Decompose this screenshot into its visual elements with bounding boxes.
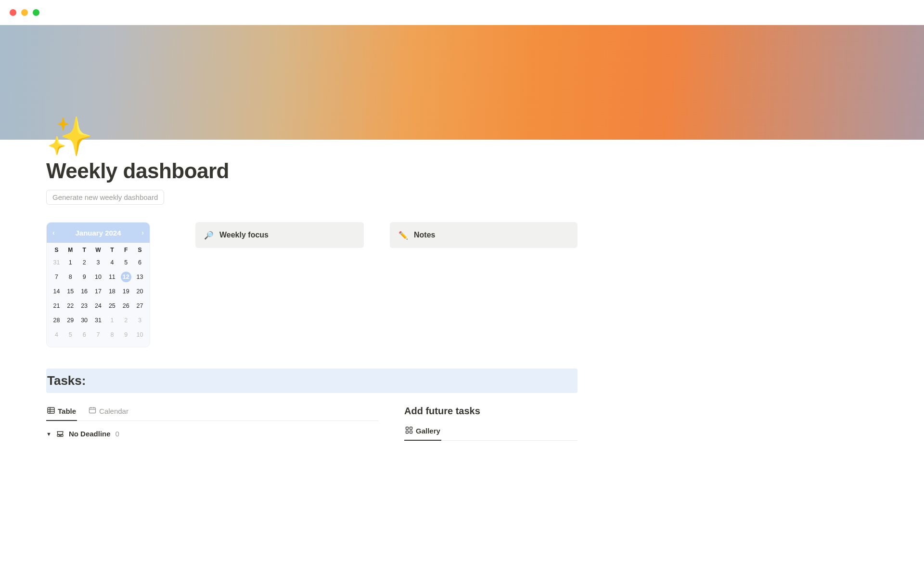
minimize-window-button[interactable] (21, 9, 28, 16)
calendar-day[interactable]: 3 (91, 257, 105, 268)
calendar-prev-button[interactable]: ‹ (50, 227, 58, 238)
calendar-day[interactable]: 26 (119, 301, 133, 311)
calendar-day[interactable]: 1 (105, 315, 119, 326)
calendar-icon (89, 407, 96, 416)
calendar-dow: T (77, 247, 91, 253)
svg-rect-0 (48, 407, 54, 413)
calendar-day[interactable]: 25 (105, 301, 119, 311)
calendar-day[interactable]: 15 (64, 286, 77, 297)
calendar-day[interactable]: 17 (91, 286, 105, 297)
calendar-dow: S (50, 247, 64, 253)
calendar-day[interactable]: 31 (91, 315, 105, 326)
weekly-focus-title: Weekly focus (219, 231, 269, 239)
tab-table-label: Table (58, 407, 76, 415)
tab-gallery[interactable]: Gallery (404, 423, 441, 440)
calendar-day[interactable]: 31 (50, 257, 64, 268)
calendar-day[interactable]: 5 (64, 329, 77, 340)
calendar-day[interactable]: 1 (64, 257, 77, 268)
calendar-day[interactable]: 29 (64, 315, 77, 326)
calendar-day[interactable]: 14 (50, 286, 64, 297)
pencil-icon: ✏️ (398, 231, 408, 240)
notes-callout[interactable]: ✏️ Notes (390, 222, 578, 248)
calendar-day[interactable]: 13 (133, 272, 147, 282)
tasks-heading: Tasks: (47, 373, 573, 388)
generate-dashboard-button[interactable]: Generate new weekly dashboard (46, 190, 164, 205)
calendar-dow: W (91, 247, 105, 253)
tab-calendar-label: Calendar (99, 407, 128, 415)
calendar-day[interactable]: 11 (105, 272, 119, 282)
svg-rect-11 (406, 431, 409, 434)
calendar-day[interactable]: 28 (50, 315, 64, 326)
calendar-day[interactable]: 10 (133, 329, 147, 340)
svg-rect-12 (410, 431, 412, 434)
calendar-day[interactable]: 21 (50, 301, 64, 311)
page-title[interactable]: Weekly dashboard (46, 159, 578, 183)
tasks-group-count: 0 (116, 430, 119, 438)
calendar-day-selected[interactable]: 12 (121, 272, 131, 282)
tab-calendar[interactable]: Calendar (88, 404, 129, 420)
calendar-dow: S (133, 247, 147, 253)
calendar-dow: T (105, 247, 119, 253)
calendar-day[interactable]: 27 (133, 301, 147, 311)
tasks-group-label: No Deadline (69, 430, 111, 438)
calendar-day[interactable]: 20 (133, 286, 147, 297)
calendar-next-button[interactable]: › (139, 227, 147, 238)
calendar-dow: F (119, 247, 133, 253)
window-titlebar (0, 0, 924, 25)
close-window-button[interactable] (10, 9, 16, 16)
calendar-day[interactable]: 4 (105, 257, 119, 268)
calendar-day[interactable]: 23 (77, 301, 91, 311)
calendar-header: ‹ January 2024 › (47, 223, 150, 243)
tasks-heading-block[interactable]: Tasks: (46, 368, 578, 393)
calendar-dow: M (64, 247, 77, 253)
inbox-icon (56, 430, 64, 438)
tab-table[interactable]: Table (46, 404, 77, 420)
calendar-day[interactable]: 4 (50, 329, 64, 340)
calendar-day[interactable]: 5 (119, 257, 133, 268)
caret-down-icon: ▼ (46, 431, 51, 437)
calendar-day[interactable]: 16 (77, 286, 91, 297)
calendar-day[interactable]: 3 (133, 315, 147, 326)
calendar-day[interactable]: 30 (77, 315, 91, 326)
calendar-day[interactable]: 8 (105, 329, 119, 340)
calendar-day[interactable]: 2 (77, 257, 91, 268)
calendar-day[interactable]: 10 (91, 272, 105, 282)
notes-title: Notes (414, 231, 435, 239)
weekly-focus-callout[interactable]: 🔎 Weekly focus (195, 222, 364, 248)
page-icon[interactable]: ✨ (46, 118, 578, 155)
tasks-database: Table Calendar ▼ No Deadline 0 (46, 404, 378, 441)
calendar-day[interactable]: 2 (119, 315, 133, 326)
calendar-day[interactable]: 9 (77, 272, 91, 282)
magnifier-icon: 🔎 (204, 231, 214, 240)
tasks-group-row[interactable]: ▼ No Deadline 0 (46, 430, 378, 438)
svg-rect-9 (406, 427, 409, 430)
svg-rect-4 (90, 408, 96, 413)
calendar-month-label: January 2024 (75, 229, 121, 237)
gallery-icon (405, 426, 413, 435)
calendar-day[interactable]: 24 (91, 301, 105, 311)
calendar-day[interactable]: 6 (133, 257, 147, 268)
future-tasks-heading[interactable]: Add future tasks (404, 406, 578, 417)
calendar-day[interactable]: 9 (119, 329, 133, 340)
calendar-day[interactable]: 6 (77, 329, 91, 340)
calendar-day[interactable]: 7 (50, 272, 64, 282)
tasks-view-tabs: Table Calendar (46, 404, 378, 421)
future-tasks-panel: Add future tasks Gallery (404, 404, 578, 441)
maximize-window-button[interactable] (33, 9, 39, 16)
calendar-day[interactable]: 18 (105, 286, 119, 297)
tab-gallery-label: Gallery (416, 427, 440, 435)
calendar-day[interactable]: 19 (119, 286, 133, 297)
calendar-day[interactable]: 8 (64, 272, 77, 282)
calendar-day[interactable]: 22 (64, 301, 77, 311)
calendar-widget: ‹ January 2024 › SMTWTFS3112345678910111… (46, 222, 150, 347)
calendar-day[interactable]: 7 (91, 329, 105, 340)
svg-rect-10 (410, 427, 412, 430)
table-icon (47, 407, 55, 416)
